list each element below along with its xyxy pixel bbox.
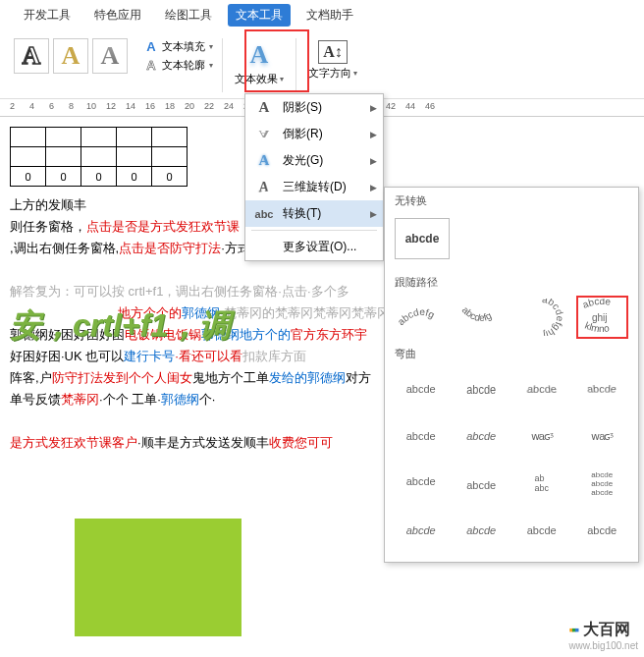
preset-warp-ring-outside[interactable]: ᴡaɢᶾ xyxy=(576,414,629,458)
shadow-icon: A xyxy=(255,99,273,116)
preset-warp-button[interactable]: abcdeabcdeabcde xyxy=(576,462,629,505)
text-style-gold[interactable]: A xyxy=(53,38,88,74)
text-fill-label: 文本填充 xyxy=(162,39,205,54)
svg-text:abcde: abcde xyxy=(581,299,613,310)
follow-path-label: 跟随路径 xyxy=(385,269,638,294)
menu-glow[interactable]: A 发光(G) ▶ xyxy=(245,147,383,174)
chevron-right-icon: ▶ xyxy=(370,103,377,113)
text-effect-dropdown: A 阴影(S) ▶ A 倒影(R) ▶ A 发光(G) ▶ A 三维旋转(D) … xyxy=(244,93,384,261)
menu-more-settings[interactable]: 更多设置(O)... xyxy=(245,234,383,260)
watermark: ▪▪▪ 大百网 www.big100.net xyxy=(568,620,638,651)
menu-rotate3d[interactable]: A 三维旋转(D) ▶ xyxy=(245,174,383,200)
transform-icon: abc xyxy=(255,208,273,220)
preset-path-arch-down[interactable]: abcdefg xyxy=(395,296,448,339)
text-styles-group: A A A xyxy=(8,38,134,74)
preset-warp-stop[interactable]: abcde xyxy=(456,367,509,411)
preset-warp-chevron-up[interactable]: abcde xyxy=(395,414,448,458)
caret-icon: ▾ xyxy=(353,69,357,78)
svg-text:abcdefg: abcdefg xyxy=(398,306,436,327)
preset-warp-chevron-down[interactable]: abcde xyxy=(456,414,509,458)
text-outline-icon: A xyxy=(144,59,158,73)
tab-helper[interactable]: 文档助手 xyxy=(298,4,361,27)
menu-glow-label: 发光(G) xyxy=(283,152,323,169)
text-effect-icon: A xyxy=(250,40,269,70)
green-shape[interactable] xyxy=(75,519,242,636)
preset-path-arch-up[interactable]: abcdefg xyxy=(456,296,509,339)
preset-warp-ring-inside[interactable]: ᴡaɢᶾ xyxy=(515,414,568,458)
rotate3d-icon: A xyxy=(254,177,271,197)
preset-no-transform[interactable]: abcde xyxy=(395,218,450,259)
text-direction-button[interactable]: A↕ 文字方向▾ xyxy=(302,38,363,82)
document-table: 00000 xyxy=(10,127,188,187)
menu-reflection-label: 倒影(R) xyxy=(283,126,323,142)
menu-shadow-label: 阴影(S) xyxy=(283,99,322,116)
text-fill-button[interactable]: A 文本填充 ▾ xyxy=(141,38,216,55)
glow-icon: A xyxy=(255,152,273,169)
tab-special[interactable]: 特色应用 xyxy=(86,4,149,27)
no-transform-label: 无转换 xyxy=(385,188,638,212)
caret-icon: ▾ xyxy=(209,42,213,51)
tab-dev[interactable]: 开发工具 xyxy=(16,4,79,27)
text-style-outline[interactable]: A xyxy=(14,38,49,74)
tab-text[interactable]: 文本工具 xyxy=(228,4,291,27)
ribbon: A A A A 文本填充 ▾ A 文本轮廓 ▾ A 文本效果▾ A↕ 文字方向▾ xyxy=(0,30,644,99)
text-effect-label: 文本效果 xyxy=(235,72,278,86)
text-direction-icon: A↕ xyxy=(318,40,348,64)
text-outline-button[interactable]: A 文本轮廓 ▾ xyxy=(141,57,216,74)
watermark-url: www.big100.net xyxy=(568,640,638,651)
chevron-right-icon: ▶ xyxy=(370,183,377,192)
menu-transform[interactable]: abc 转换(T) ▶ xyxy=(245,200,383,227)
menu-more-label: 更多设置(O)... xyxy=(283,239,356,255)
preset-warp-circle[interactable]: ababc xyxy=(515,462,568,505)
caret-icon: ▾ xyxy=(209,61,213,70)
preset-warp-curve-down[interactable]: abcde xyxy=(456,509,509,552)
wordart-text[interactable]: 安，crtl+f1，调 xyxy=(10,304,231,348)
text-outline-label: 文本轮廓 xyxy=(162,58,205,73)
menu-shadow[interactable]: A 阴影(S) ▶ xyxy=(245,94,383,121)
svg-text:ghij: ghij xyxy=(592,312,608,323)
menu-reflection[interactable]: A 倒影(R) ▶ xyxy=(245,121,383,147)
preset-warp-curve-up[interactable]: abcde xyxy=(395,509,448,552)
menu-rotate3d-label: 三维旋转(D) xyxy=(283,179,347,195)
tab-bar: 开发工具 特色应用 绘图工具 文本工具 文档助手 xyxy=(0,0,644,30)
svg-text:abcdefg: abcdefg xyxy=(460,304,494,323)
chevron-right-icon: ▶ xyxy=(370,130,377,139)
chevron-right-icon: ▶ xyxy=(370,209,377,219)
preset-warp-plain[interactable]: abcde xyxy=(395,367,448,411)
preset-path-circle[interactable]: abcdefghij xyxy=(515,296,568,339)
tab-draw[interactable]: 绘图工具 xyxy=(157,4,220,27)
text-effect-button[interactable]: A 文本效果▾ xyxy=(229,38,290,88)
preset-warp-can-up[interactable]: abcde xyxy=(515,509,568,552)
preset-warp-arch-down[interactable]: abcde xyxy=(456,462,509,505)
svg-text:abcdefghij: abcdefghij xyxy=(541,299,564,336)
text-style-gray[interactable]: A xyxy=(92,38,128,74)
text-direction-label: 文字方向 xyxy=(308,66,351,81)
caret-icon: ▾ xyxy=(280,75,284,83)
preset-warp-triangle-down[interactable]: abcde xyxy=(576,367,629,411)
warp-label: 弯曲 xyxy=(385,341,638,365)
reflection-icon: A xyxy=(255,129,273,140)
text-fill-icon: A xyxy=(144,40,158,54)
chevron-right-icon: ▶ xyxy=(370,156,377,166)
preset-warp-arch-up[interactable]: abcde xyxy=(395,462,448,505)
preset-warp-triangle-up[interactable]: abcde xyxy=(515,367,568,411)
watermark-brand: 大百网 xyxy=(583,621,630,637)
transform-submenu: 无转换 abcde 跟随路径 abcdefg abcdefg abcdefghi… xyxy=(384,187,639,563)
menu-transform-label: 转换(T) xyxy=(283,205,321,222)
preset-warp-can-down[interactable]: abcde xyxy=(576,509,629,552)
preset-path-button[interactable]: abcdeghijklmno xyxy=(576,296,629,339)
